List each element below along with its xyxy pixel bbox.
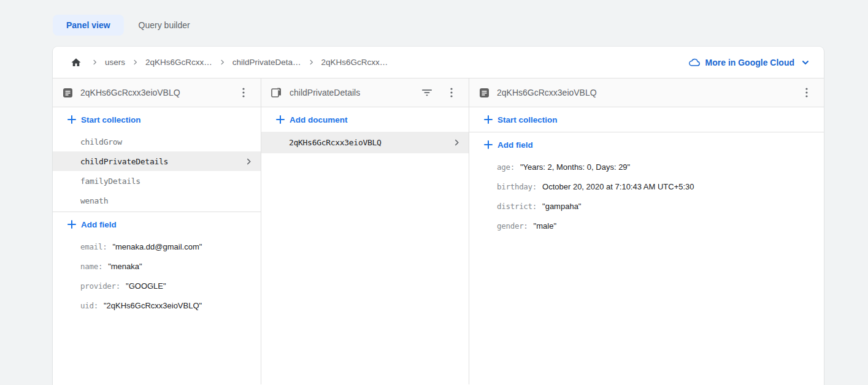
field-row[interactable]: gender "male" xyxy=(469,216,824,235)
start-collection-label: Start collection xyxy=(81,115,141,124)
add-field-button[interactable]: Add field xyxy=(53,212,261,237)
field-row[interactable]: birthday October 20, 2020 at 7:10:43 AM … xyxy=(469,177,824,196)
collection-icon xyxy=(271,87,282,98)
field-value: "Years: 2, Months: 0, Days: 29" xyxy=(520,162,630,172)
field-name: name xyxy=(80,262,102,271)
collection-name: familyDetails xyxy=(80,177,140,186)
field-list: email "menaka.dd@gmail.com" name "menaka… xyxy=(53,237,261,315)
field-value: "2qKHs6GcRcxx3eioVBLQ" xyxy=(104,301,202,310)
add-field-label: Add field xyxy=(497,140,533,150)
field-name: age xyxy=(497,162,515,172)
chevron-right-icon xyxy=(220,59,225,65)
collection-row[interactable]: childPrivateDetails xyxy=(53,151,261,171)
panel-child-document-header: 2qKHs6GcRcxx3eioVBLQ xyxy=(469,78,824,107)
chevron-right-icon xyxy=(245,158,252,165)
document-icon xyxy=(63,88,73,98)
more-in-google-cloud-label: More in Google Cloud xyxy=(705,58,794,67)
field-value: "menaka" xyxy=(108,262,142,271)
breadcrumb-item-user-doc[interactable]: 2qKHs6GcRcxx… xyxy=(145,58,212,67)
breadcrumb: users 2qKHs6GcRcxx… childPrivateDeta… 2q… xyxy=(53,47,824,78)
tab-panel-view[interactable]: Panel view xyxy=(53,15,124,36)
breadcrumb-item-subcollection[interactable]: childPrivateDeta… xyxy=(232,58,301,67)
breadcrumb-item-users[interactable]: users xyxy=(105,58,125,67)
field-value: "gampaha" xyxy=(542,202,581,211)
plus-icon xyxy=(276,115,285,124)
field-row[interactable]: uid "2qKHs6GcRcxx3eioVBLQ" xyxy=(53,295,261,315)
panel-title: childPrivateDetails xyxy=(290,88,360,97)
collection-name: childGrow xyxy=(80,137,122,147)
start-collection-button[interactable]: Start collection xyxy=(53,107,261,132)
chevron-right-icon xyxy=(133,59,138,65)
document-icon xyxy=(479,88,490,98)
cloud-icon xyxy=(688,56,701,69)
breadcrumb-item-child-doc[interactable]: 2qKHs6GcRcxx… xyxy=(321,58,388,67)
field-value: "GOOGLE" xyxy=(126,281,166,291)
start-collection-label: Start collection xyxy=(497,115,558,124)
collection-row[interactable]: childGrow xyxy=(53,132,261,151)
field-name: gender xyxy=(497,221,528,231)
plus-icon xyxy=(67,220,76,229)
panel-collection: childPrivateDetails Add document xyxy=(261,78,469,384)
collection-row[interactable]: familyDetails xyxy=(53,171,261,191)
plus-icon xyxy=(484,140,493,149)
add-document-button[interactable]: Add document xyxy=(261,107,469,132)
panel-title: 2qKHs6GcRcxx3eioVBLQ xyxy=(497,88,597,97)
filter-icon[interactable] xyxy=(418,84,436,101)
panel-parent-document-header: 2qKHs6GcRcxx3eioVBLQ xyxy=(53,78,261,107)
chevron-right-icon xyxy=(309,59,314,65)
add-field-label: Add field xyxy=(81,220,117,229)
add-document-label: Add document xyxy=(290,115,348,124)
panels-container: 2qKHs6GcRcxx3eioVBLQ Start collection ch… xyxy=(53,78,824,384)
kebab-menu-icon[interactable] xyxy=(798,84,815,101)
collection-list: childGrow childPrivateDetails familyDeta… xyxy=(53,132,261,210)
tab-query-builder[interactable]: Query builder xyxy=(125,15,204,36)
field-name: district xyxy=(497,202,537,211)
field-name: email xyxy=(80,242,107,251)
firestore-data-card: users 2qKHs6GcRcxx… childPrivateDeta… 2q… xyxy=(53,47,824,385)
panel-parent-document: 2qKHs6GcRcxx3eioVBLQ Start collection ch… xyxy=(53,78,261,384)
field-name: birthday xyxy=(497,182,537,191)
add-field-button[interactable]: Add field xyxy=(469,132,824,157)
panel-title: 2qKHs6GcRcxx3eioVBLQ xyxy=(80,88,180,97)
collection-name: wenath xyxy=(80,196,108,205)
collection-name: childPrivateDetails xyxy=(80,157,168,166)
field-row[interactable]: email "menaka.dd@gmail.com" xyxy=(53,237,261,256)
collection-row[interactable]: wenath xyxy=(53,191,261,210)
field-row[interactable]: age "Years: 2, Months: 0, Days: 29" xyxy=(469,157,824,177)
panel-child-document: 2qKHs6GcRcxx3eioVBLQ Start collection xyxy=(469,78,824,384)
chevron-right-icon xyxy=(92,59,98,65)
field-list: age "Years: 2, Months: 0, Days: 29" birt… xyxy=(469,157,824,235)
field-value: "menaka.dd@gmail.com" xyxy=(112,242,202,251)
document-list: 2qKHs6GcRcxx3eioVBLQ xyxy=(261,132,469,153)
field-name: uid xyxy=(80,301,98,310)
more-in-google-cloud-button[interactable]: More in Google Cloud xyxy=(688,56,809,69)
chevron-right-icon xyxy=(453,139,460,146)
plus-icon xyxy=(484,115,493,124)
field-value: "male" xyxy=(534,221,556,231)
document-row[interactable]: 2qKHs6GcRcxx3eioVBLQ xyxy=(261,132,469,153)
field-name: provider xyxy=(80,281,120,291)
kebab-menu-icon[interactable] xyxy=(443,84,460,101)
kebab-menu-icon[interactable] xyxy=(235,84,252,101)
plus-icon xyxy=(67,115,76,124)
home-icon[interactable] xyxy=(67,54,85,71)
document-id: 2qKHs6GcRcxx3eioVBLQ xyxy=(289,138,382,147)
view-tabs: Panel view Query builder xyxy=(53,15,204,36)
chevron-down-icon xyxy=(802,59,809,66)
field-row[interactable]: district "gampaha" xyxy=(469,196,824,216)
start-collection-button[interactable]: Start collection xyxy=(469,107,824,132)
field-row[interactable]: name "menaka" xyxy=(53,256,261,276)
field-row[interactable]: provider "GOOGLE" xyxy=(53,276,261,295)
field-value: October 20, 2020 at 7:10:43 AM UTC+5:30 xyxy=(542,182,694,191)
panel-collection-header: childPrivateDetails xyxy=(261,78,469,107)
